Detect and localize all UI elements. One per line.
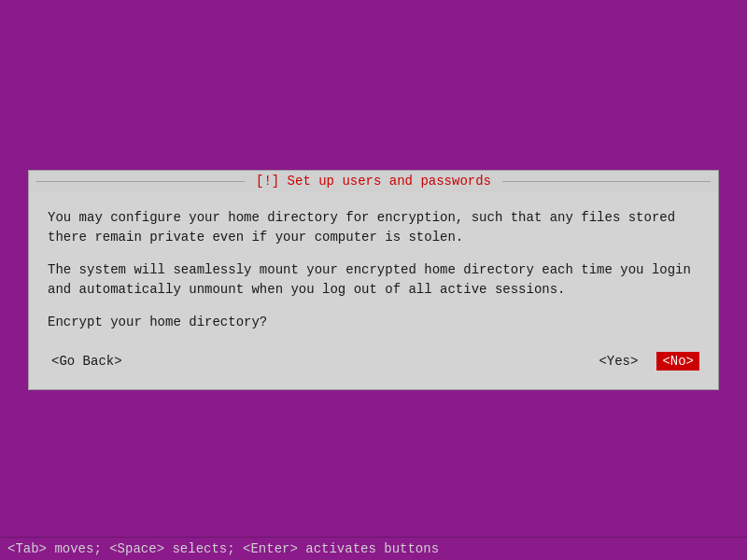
title-line-left: [36, 181, 245, 182]
status-bar-text: <Tab> moves; <Space> selects; <Enter> ac…: [7, 541, 439, 556]
dialog-title: [!] Set up users and passwords: [252, 174, 495, 189]
status-bar: <Tab> moves; <Space> selects; <Enter> ac…: [0, 537, 747, 560]
no-button[interactable]: <No>: [656, 352, 699, 371]
dialog-container: [!] Set up users and passwords You may c…: [28, 170, 719, 390]
desktop: [!] Set up users and passwords You may c…: [0, 0, 747, 560]
dialog-buttons: <Go Back> <Yes> <No>: [48, 348, 699, 371]
paragraph-1: You may configure your home directory fo…: [48, 208, 699, 247]
dialog-description: You may configure your home directory fo…: [48, 208, 699, 300]
title-line-right: [502, 181, 711, 182]
yes-button[interactable]: <Yes>: [595, 352, 641, 371]
paragraph-2: The system will seamlessly mount your en…: [48, 260, 699, 300]
dialog-title-bar: [!] Set up users and passwords: [29, 170, 718, 192]
dialog-question: Encrypt your home directory?: [48, 315, 699, 329]
go-back-button[interactable]: <Go Back>: [48, 352, 126, 371]
dialog-body: You may configure your home directory fo…: [29, 193, 718, 389]
